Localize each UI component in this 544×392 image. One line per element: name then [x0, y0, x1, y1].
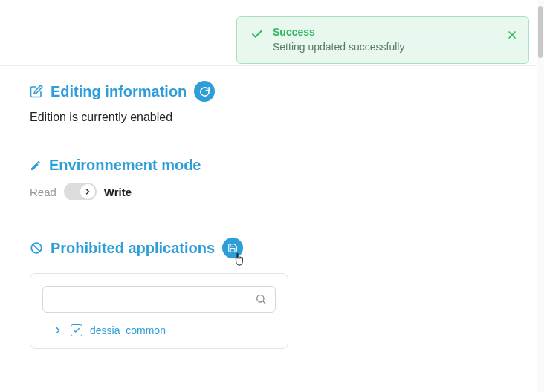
prohibited-card: dessia_common	[30, 273, 288, 349]
scrollbar-track[interactable]	[537, 0, 544, 392]
env-header: Environnement mode	[30, 157, 507, 174]
editing-status: Edition is currently enabled	[30, 111, 507, 124]
svg-line-5	[263, 301, 265, 304]
search-input[interactable]	[42, 286, 276, 313]
success-toast: Success Setting updated successfully	[236, 16, 529, 64]
svg-line-3	[33, 244, 40, 252]
search-wrap	[42, 286, 276, 313]
cursor-icon	[233, 252, 246, 267]
env-toggle-row: Read Write	[30, 183, 507, 200]
check-icon	[250, 27, 264, 41]
close-icon[interactable]	[506, 29, 518, 41]
editing-header: Editing information	[30, 81, 507, 102]
toast-title: Success	[273, 26, 496, 38]
prohibit-icon	[30, 241, 43, 255]
refresh-button[interactable]	[194, 81, 215, 102]
toggle-knob	[80, 184, 95, 199]
tree-row[interactable]: dessia_common	[42, 324, 276, 336]
prohibited-header: Prohibited applications	[30, 238, 507, 258]
edit-square-icon	[30, 85, 43, 98]
toast-message: Setting updated successfully	[273, 41, 496, 53]
read-label: Read	[30, 186, 56, 198]
checkbox[interactable]	[71, 324, 82, 336]
chevron-right-icon[interactable]	[53, 325, 63, 336]
page-content: Editing information Edition is currently…	[0, 65, 537, 392]
env-title: Environnement mode	[49, 157, 201, 174]
tree-item-label[interactable]: dessia_common	[90, 324, 166, 336]
prohibited-title: Prohibited applications	[51, 240, 215, 257]
write-label: Write	[104, 186, 132, 198]
scrollbar-thumb[interactable]	[538, 6, 543, 58]
svg-point-4	[257, 295, 264, 302]
pencil-icon	[30, 160, 42, 172]
search-icon	[255, 293, 267, 305]
save-button[interactable]	[222, 238, 243, 258]
editing-title: Editing information	[51, 83, 187, 100]
env-toggle[interactable]	[64, 183, 97, 200]
